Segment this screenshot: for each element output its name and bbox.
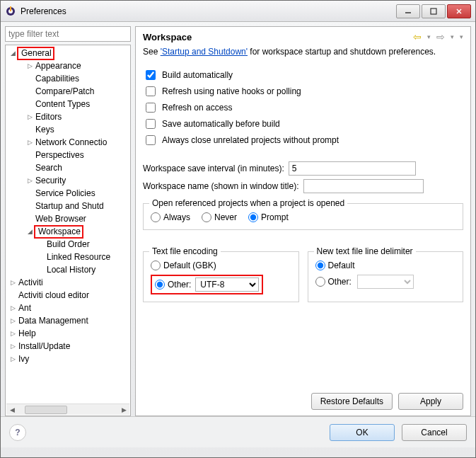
encoding-other-radio[interactable] [155,280,165,290]
delimiter-default-label: Default [328,261,355,270]
delimiter-other-label: Other: [328,277,352,287]
page-menu-icon[interactable]: ▾ [460,33,463,40]
ok-button[interactable]: OK [330,424,395,441]
tree-appearance[interactable]: Appearance [34,61,81,71]
delimiter-default-radio[interactable] [315,261,325,270]
expand-icon[interactable]: ▷ [8,343,17,350]
open-ref-prompt-radio[interactable] [248,212,258,222]
tree-data-management[interactable]: Data Management [17,316,88,326]
expand-icon[interactable]: ▷ [25,139,34,146]
refresh-access-label: Refresh on access [162,103,232,113]
titlebar: Preferences [1,1,475,22]
nav-forward-icon[interactable]: ⇨ [436,31,445,42]
maximize-button[interactable] [422,4,446,18]
tree-search[interactable]: Search [34,163,62,173]
expand-icon[interactable]: ◢ [25,228,34,235]
tree-linked-resources[interactable]: Linked Resource [45,252,110,262]
minimize-button[interactable] [396,4,420,18]
open-ref-always-radio[interactable] [151,212,161,222]
open-ref-always-label: Always [163,212,190,222]
filter-input[interactable] [5,26,131,42]
encoding-default-label: Default (GBK) [163,261,216,270]
tree-install-update[interactable]: Install/Update [17,341,70,351]
nav-back-icon[interactable]: ⇦ [413,31,422,42]
build-automatically-label: Build automatically [162,70,233,80]
description: See 'Startup and Shutdown' for workspace… [143,47,463,57]
open-ref-never-label: Never [214,212,237,222]
refresh-native-checkbox[interactable] [146,86,156,96]
expand-icon[interactable]: ▷ [8,304,17,311]
expand-icon[interactable]: ▷ [8,330,17,337]
tree-activiti-cloud[interactable]: Activiti cloud editor [17,290,89,300]
build-automatically-checkbox[interactable] [146,70,156,80]
tree-capabilities[interactable]: Capabilities [34,74,79,84]
page-title: Workspace [143,32,192,42]
expand-icon[interactable]: ▷ [25,113,34,120]
expand-icon[interactable]: ▷ [25,177,34,184]
nav-back-menu-icon[interactable]: ▾ [427,33,431,40]
open-ref-never-radio[interactable] [202,212,211,222]
cancel-button[interactable]: Cancel [402,424,467,441]
tree-compare[interactable]: Compare/Patch [34,86,94,96]
nav-forward-menu-icon[interactable]: ▾ [451,33,454,40]
apply-button[interactable]: Apply [398,393,463,410]
delimiter-other-radio[interactable] [315,277,325,287]
close-unrelated-checkbox[interactable] [146,135,156,145]
open-referenced-legend: Open referenced projects when a project … [149,198,347,208]
encoding-other-label: Other: [168,280,191,290]
close-unrelated-label: Always close unrelated projects without … [162,135,339,145]
encoding-default-radio[interactable] [151,261,161,270]
expand-icon[interactable]: ▷ [8,279,17,286]
workspace-name-input[interactable] [303,179,424,193]
expand-icon[interactable]: ◢ [8,50,17,57]
tree-local-history[interactable]: Local History [45,265,95,275]
tree-editors[interactable]: Editors [34,112,62,122]
scroll-left-icon[interactable]: ◀ [6,404,18,416]
preferences-tree[interactable]: ◢General ▷Appearance Capabilities Compar… [5,45,131,416]
save-interval-label: Workspace save interval (in minutes): [143,164,284,173]
horizontal-scrollbar[interactable]: ◀ ▶ [6,403,129,415]
encoding-legend: Text file encoding [149,246,221,256]
tree-security[interactable]: Security [34,176,66,185]
tree-perspectives[interactable]: Perspectives [34,150,84,160]
tree-ivy[interactable]: Ivy [17,354,29,364]
save-interval-input[interactable] [289,161,416,176]
svg-rect-2 [10,6,11,11]
delimiter-select[interactable] [357,275,414,289]
restore-defaults-button[interactable]: Restore Defaults [311,393,393,410]
encoding-select[interactable]: UTF-8 [195,277,259,292]
tree-service-policies[interactable]: Service Policies [34,188,95,198]
tree-network[interactable]: Network Connectio [34,137,107,147]
tree-content-types[interactable]: Content Types [34,99,90,109]
refresh-native-label: Refresh using native hooks or polling [162,86,301,96]
tree-activiti[interactable]: Activiti [17,277,43,287]
delimiter-legend: New text file line delimiter [314,246,416,256]
tree-startup[interactable]: Startup and Shutd [34,201,104,211]
open-ref-prompt-label: Prompt [261,212,289,222]
tree-help[interactable]: Help [17,328,36,338]
tree-general[interactable]: General [20,48,52,58]
close-button[interactable] [447,4,471,18]
tree-web-browser[interactable]: Web Browser [34,214,86,224]
help-button[interactable]: ? [9,424,26,441]
expand-icon[interactable]: ▷ [8,355,17,362]
window-title: Preferences [21,6,396,16]
app-icon [5,6,16,17]
save-before-build-checkbox[interactable] [146,119,156,129]
save-before-build-label: Save automatically before build [162,119,280,129]
startup-shutdown-link[interactable]: 'Startup and Shutdown' [161,47,248,57]
tree-ant[interactable]: Ant [17,303,31,313]
tree-keys[interactable]: Keys [34,125,54,134]
tree-workspace[interactable]: Workspace [37,227,81,236]
expand-icon[interactable]: ▷ [8,317,17,324]
scroll-right-icon[interactable]: ▶ [118,404,129,416]
scrollbar-thumb[interactable] [25,406,67,414]
tree-build-order[interactable]: Build Order [45,239,90,249]
expand-icon[interactable]: ▷ [25,62,34,69]
svg-rect-4 [431,8,436,14]
workspace-name-label: Workspace name (shown in window title): [143,181,299,191]
refresh-access-checkbox[interactable] [146,103,156,113]
